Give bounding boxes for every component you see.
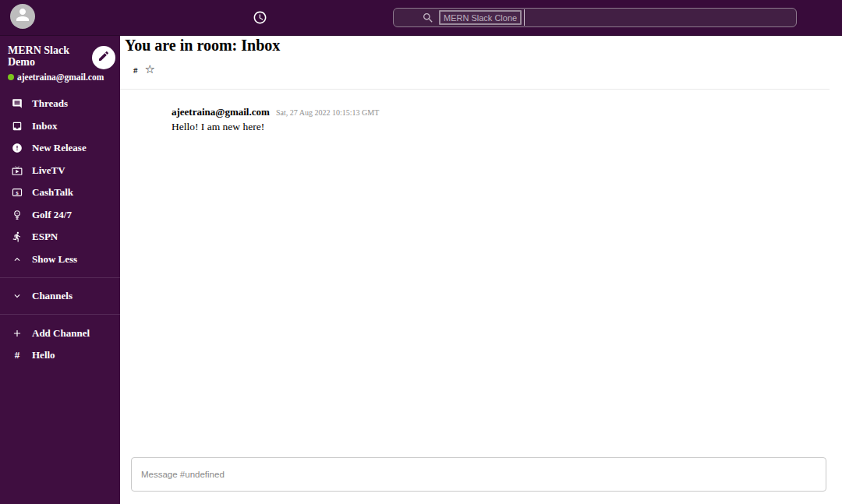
workspace-name: MERN Slack Demo — [8, 44, 92, 69]
sidebar-item-label: Inbox — [32, 120, 58, 132]
sidebar-item-label: Threads — [32, 97, 68, 110]
new-release-icon — [12, 143, 23, 153]
user-avatar[interactable] — [10, 4, 35, 29]
text-caret — [524, 9, 525, 26]
sidebar-item-label: Golf 24/7 — [32, 209, 72, 221]
user-email: ajeetraina@gmail.com — [17, 72, 104, 82]
chat-header-icons: # ☆ — [133, 64, 842, 76]
channel-label: Hello — [32, 349, 55, 361]
new-message-button[interactable] — [92, 46, 115, 69]
star-border-icon[interactable]: ☆ — [145, 64, 155, 76]
online-status-dot — [8, 74, 14, 80]
sidebar-item-label: CashTalk — [32, 186, 73, 199]
channel-item-hello[interactable]: # Hello — [0, 344, 120, 367]
chat-message: ajeetraina@gmail.com Sat, 27 Aug 2022 10… — [172, 106, 826, 133]
sidebar-item-show-less[interactable]: Show Less — [0, 248, 120, 270]
sidebar-item-new-release[interactable]: New Release — [0, 137, 120, 160]
live-tv-icon — [12, 165, 23, 176]
message-meta: ajeetraina@gmail.com Sat, 27 Aug 2022 10… — [172, 106, 826, 118]
sidebar-divider — [0, 277, 120, 278]
message-text: Hello! I am new here! — [172, 121, 826, 133]
top-bar — [0, 0, 842, 36]
message-input[interactable] — [131, 457, 826, 492]
message-input-container — [131, 457, 826, 492]
sports-icon — [12, 231, 23, 242]
sidebar-item-label: Show Less — [32, 253, 77, 266]
sidebar-item-espn[interactable]: ESPN — [0, 226, 120, 248]
search-icon — [422, 12, 434, 24]
pencil-icon — [97, 50, 110, 65]
sidebar: MERN Slack Demo ajeetraina@gmail.com Thr… — [0, 36, 120, 504]
golf-icon — [12, 210, 23, 220]
room-title: You are in room: Inbox — [125, 37, 842, 54]
workspace-info: MERN Slack Demo ajeetraina@gmail.com — [8, 44, 92, 82]
sidebar-item-label: LiveTV — [32, 164, 65, 177]
search-input[interactable] — [439, 10, 522, 25]
message-timestamp: Sat, 27 Aug 2022 10:15:13 GMT — [276, 108, 379, 117]
sidebar-item-label: New Release — [32, 142, 87, 154]
sidebar-item-inbox[interactable]: Inbox — [0, 115, 120, 137]
chat-header: You are in room: Inbox # ☆ — [120, 36, 842, 90]
chat-header-divider — [120, 89, 830, 90]
chevron-down-icon — [12, 291, 23, 301]
sidebar-item-golf[interactable]: Golf 24/7 — [0, 203, 120, 226]
chat-area: You are in room: Inbox # ☆ ajeetraina@gm… — [120, 36, 842, 504]
chevron-up-icon — [12, 254, 23, 265]
mern-slack-clone-app: MERN Slack Demo ajeetraina@gmail.com Thr… — [0, 0, 842, 504]
message-author: ajeetraina@gmail.com — [172, 106, 270, 118]
svg-text:$: $ — [16, 190, 19, 196]
plus-icon — [12, 328, 23, 339]
user-presence: ajeetraina@gmail.com — [8, 72, 92, 82]
sidebar-menu: Threads Inbox New Release LiveTV — [0, 93, 120, 270]
search-bar — [393, 8, 797, 27]
sidebar-item-cashtalk[interactable]: $ CashTalk — [0, 182, 120, 204]
person-icon — [13, 5, 32, 27]
cash-icon: $ — [12, 187, 23, 198]
clock-icon[interactable] — [253, 10, 267, 25]
sidebar-item-threads[interactable]: Threads — [0, 93, 120, 115]
sidebar-item-livetv[interactable]: LiveTV — [0, 159, 120, 182]
sidebar-divider — [0, 314, 120, 315]
sidebar-item-channels[interactable]: Channels — [0, 285, 120, 308]
sidebar-header: MERN Slack Demo ajeetraina@gmail.com — [0, 36, 120, 82]
message-list: ajeetraina@gmail.com Sat, 27 Aug 2022 10… — [120, 90, 842, 504]
comment-icon — [12, 98, 23, 109]
hash-icon: # — [12, 350, 23, 361]
sidebar-item-label: ESPN — [32, 231, 58, 243]
sidebar-item-add-channel[interactable]: Add Channel — [0, 322, 120, 344]
hash-icon: # — [133, 65, 138, 75]
inbox-icon — [12, 121, 23, 132]
channels-header-label: Channels — [32, 290, 73, 302]
add-channel-label: Add Channel — [32, 327, 90, 340]
